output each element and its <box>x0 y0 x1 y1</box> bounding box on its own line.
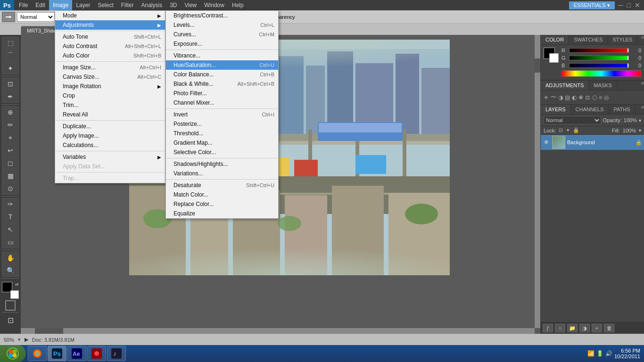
menu-analysis[interactable]: Analysis <box>137 0 166 10</box>
adj-levels[interactable]: Levels... Ctrl+L <box>166 20 278 30</box>
adj-threshold[interactable]: Threshold... <box>166 129 278 138</box>
adj-vibrance[interactable]: Vibrance... <box>166 51 278 60</box>
adj-curves[interactable]: Curves... Ctrl+M <box>166 30 278 39</box>
adj-brightness-icon[interactable]: ☀ <box>544 94 549 101</box>
start-button[interactable] <box>0 345 25 362</box>
adj-variations[interactable]: Variations... <box>166 169 278 178</box>
menu-duplicate[interactable]: Duplicate... <box>55 122 165 131</box>
lock-move-icon[interactable]: ✦ <box>566 127 570 133</box>
menu-variables[interactable]: Variables ▶ <box>55 152 165 162</box>
tool-path-select[interactable]: ↖ <box>2 223 19 236</box>
fill-arrow-icon[interactable]: ▾ <box>639 128 641 133</box>
menu-canvas-size[interactable]: Canvas Size... Alt+Ctrl+C <box>55 72 165 82</box>
menu-apply-image[interactable]: Apply Image... <box>55 131 165 140</box>
taskbar-app4[interactable] <box>87 346 106 361</box>
tool-lasso[interactable]: ⌒ <box>2 49 19 62</box>
menu-image[interactable]: Image <box>49 0 72 10</box>
menu-file[interactable]: File <box>15 0 32 10</box>
tool-eraser[interactable]: ◻ <box>2 157 19 169</box>
adj-brightness-contrast[interactable]: Brightness/Contrast... <box>166 11 278 20</box>
close-btn[interactable]: ✕ <box>635 1 640 9</box>
menu-auto-tone[interactable]: Auto Tone Shift+Ctrl+L <box>55 32 165 41</box>
adj-hue-icon[interactable]: ◑ <box>558 94 563 101</box>
tool-clone[interactable]: ⌖ <box>2 132 19 144</box>
menu-mode[interactable]: Mode ▶ <box>55 11 165 20</box>
zoom-arrow[interactable]: ▾ <box>18 337 21 343</box>
tab-adjustments[interactable]: ADJUSTMENTS <box>541 81 589 90</box>
lock-all-icon[interactable]: 🔒 <box>573 127 579 133</box>
layers-panel-expand[interactable]: ≡ <box>641 105 644 114</box>
fg-bg-colors[interactable] <box>544 48 559 63</box>
menu-window[interactable]: Window <box>200 0 228 10</box>
blend-mode-select[interactable]: Normal <box>544 116 601 124</box>
gradient-type-select[interactable]: Normal <box>17 12 55 22</box>
menu-crop[interactable]: Crop <box>55 91 165 100</box>
tool-pen[interactable]: ✑ <box>2 198 19 210</box>
delete-layer-btn[interactable]: 🗑 <box>604 324 614 332</box>
new-layer-btn[interactable]: + <box>592 324 602 332</box>
menu-image-size[interactable]: Image Size... Alt+Ctrl+I <box>55 63 165 72</box>
red-slider[interactable] <box>569 48 629 53</box>
adj-vibrance-icon[interactable]: ❋ <box>578 94 583 101</box>
adj-curves-icon[interactable]: 〜 <box>551 93 556 101</box>
menu-trim[interactable]: Trim... <box>55 100 165 110</box>
tool-dodge[interactable]: ⊙ <box>2 182 19 195</box>
background-swatch[interactable] <box>549 53 559 63</box>
adj-photofilter-icon[interactable]: ⬡ <box>592 94 597 101</box>
tool-brush[interactable]: ✏ <box>2 119 19 131</box>
menu-image-rotation[interactable]: Image Rotation ▶ <box>55 82 165 91</box>
menu-reveal-all[interactable]: Reveal All <box>55 110 165 119</box>
adj-invert[interactable]: Invert Ctrl+I <box>166 110 278 119</box>
layer-visibility-icon[interactable]: 👁 <box>543 139 550 146</box>
tool-eyedropper[interactable]: ✒ <box>2 90 19 103</box>
tool-zoom[interactable]: 🔍 <box>2 264 19 277</box>
adj-photo-filter[interactable]: Photo Filter... <box>166 89 278 98</box>
menu-3d[interactable]: 3D <box>166 0 181 10</box>
opacity-arrow-icon[interactable]: ▾ <box>639 118 641 123</box>
adj-desaturate[interactable]: Desaturate Shift+Ctrl+U <box>166 181 278 190</box>
taskbar-photoshop[interactable]: Ps <box>48 346 66 361</box>
tool-wand[interactable]: ✦ <box>2 62 19 74</box>
color-spectrum[interactable] <box>561 70 641 77</box>
menu-help[interactable]: Help <box>228 0 248 10</box>
adj-channel-icon[interactable]: ≡ <box>599 94 602 101</box>
adj-shadows-highlights[interactable]: Shadows/Highlights... <box>166 159 278 169</box>
menu-view[interactable]: View <box>181 0 200 10</box>
tab-styles[interactable]: STYLES <box>608 35 637 44</box>
taskbar-ae[interactable]: Ae <box>67 346 86 361</box>
green-slider[interactable] <box>569 56 629 60</box>
swap-colors-icon[interactable]: ⇄ <box>15 282 19 287</box>
adj-posterize[interactable]: Posterize... <box>166 119 278 129</box>
minimize-btn[interactable]: ─ <box>619 1 623 9</box>
tool-healing[interactable]: ⊕ <box>2 106 19 118</box>
scrollbar-thumb-h[interactable] <box>35 328 63 334</box>
screen-mode-btn[interactable]: ⊡ <box>8 316 14 325</box>
adj-black-white[interactable]: Black & White... Alt+Shift+Ctrl+B <box>166 79 278 89</box>
menu-auto-color[interactable]: Auto Color Shift+Ctrl+B <box>55 51 165 60</box>
menu-trap[interactable]: Trap... <box>55 173 165 183</box>
lock-pixels-icon[interactable]: ⊡ <box>559 127 563 133</box>
menu-apply-dataset[interactable]: Apply Data Set... <box>55 162 165 171</box>
new-adj-layer-btn[interactable]: ◑ <box>579 324 590 332</box>
menu-adjustments[interactable]: Adjustments ▶ <box>55 20 165 30</box>
tool-type[interactable]: T <box>2 211 19 223</box>
menu-calculations[interactable]: Calculations... <box>55 140 165 150</box>
adj-gradient-map[interactable]: Gradient Map... <box>166 138 278 148</box>
adj-bw-icon[interactable]: ◐ <box>572 94 577 101</box>
scrollbar-vertical[interactable] <box>535 35 540 328</box>
tab-color[interactable]: COLOR <box>541 35 569 44</box>
tab-masks[interactable]: MASKS <box>589 81 617 90</box>
tool-crop[interactable]: ⊡ <box>2 78 19 90</box>
menu-filter[interactable]: Filter <box>117 0 138 10</box>
new-group-btn[interactable]: 📁 <box>567 324 578 332</box>
quick-mask-btn[interactable] <box>5 300 16 311</box>
adj-color-balance[interactable]: Color Balance... Ctrl+B <box>166 70 278 79</box>
background-color[interactable] <box>10 290 19 299</box>
menu-select[interactable]: Select <box>94 0 117 10</box>
add-style-btn[interactable]: ƒ <box>543 324 553 332</box>
adj-match-color[interactable]: Match Color... <box>166 190 278 199</box>
tool-gradient[interactable]: ▦ <box>2 170 19 182</box>
tab-paths[interactable]: PATHS <box>609 105 636 114</box>
taskbar-firefox[interactable] <box>28 346 47 361</box>
workspace-label[interactable]: ESSENTIALS ▾ <box>569 1 615 9</box>
